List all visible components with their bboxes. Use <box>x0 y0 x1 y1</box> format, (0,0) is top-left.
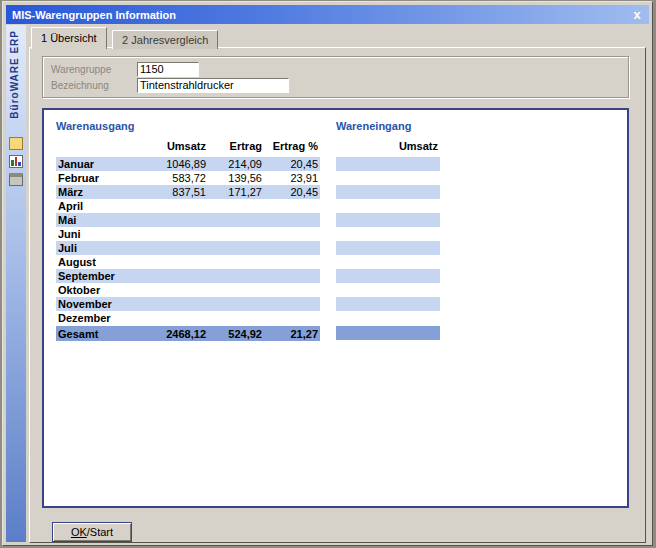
ertrag-column-header: Ertrag <box>208 140 264 157</box>
total-ertrag-value: 524,92 <box>208 328 264 340</box>
table-row: Dezember <box>56 311 320 325</box>
month-label: April <box>56 200 152 212</box>
wareneingang-row <box>336 255 440 269</box>
sidebar-icons <box>9 137 23 191</box>
ertrag-pct-value: 23,91 <box>264 172 320 184</box>
ertrag-pct-value: 20,45 <box>264 158 320 170</box>
ok-start-rest: /Start <box>87 526 113 538</box>
close-icon[interactable]: x <box>629 8 645 22</box>
total-label: Gesamt <box>56 328 152 340</box>
table-row: April <box>56 199 320 213</box>
wareneingang-row <box>336 227 440 241</box>
wareneingang-row <box>336 157 440 171</box>
month-label: Juli <box>56 242 152 254</box>
ertrag-value: 139,56 <box>208 172 264 184</box>
warengruppe-field[interactable] <box>137 62 199 77</box>
month-label: September <box>56 270 152 282</box>
month-label: Februar <box>56 172 152 184</box>
chart-icon[interactable] <box>9 155 23 168</box>
ok-start-accel: OK <box>71 526 87 538</box>
tab-panel: Warengruppe Bezeichnung Warenausgang Ums… <box>29 47 646 543</box>
warengruppe-label: Warengruppe <box>51 64 137 75</box>
month-label: August <box>56 256 152 268</box>
wareneingang-table: Wareneingang Umsatz <box>336 120 440 496</box>
ertrag-pct-value: 20,45 <box>264 186 320 198</box>
month-label: November <box>56 298 152 310</box>
table-row: Februar 583,72 139,56 23,91 <box>56 171 320 185</box>
umsatz-value: 837,51 <box>152 186 208 198</box>
month-label: Mai <box>56 214 152 226</box>
month-label: Januar <box>56 158 152 170</box>
wareneingang-row <box>336 297 440 311</box>
wareneingang-row <box>336 199 440 213</box>
ok-start-button[interactable]: OK/Start <box>52 522 132 542</box>
warengruppe-group-box: Warengruppe Bezeichnung <box>42 56 629 98</box>
wareneingang-row <box>336 269 440 283</box>
brand-sidebar: BüroWARE ERP <box>6 25 26 542</box>
tab-strip: 1 Übersicht 2 Jahresvergleich <box>29 27 646 47</box>
table-gap <box>320 120 336 496</box>
umsatz-value: 583,72 <box>152 172 208 184</box>
warenausgang-table: Warenausgang Umsatz Ertrag Ertrag % Janu… <box>56 120 320 496</box>
month-label: Juni <box>56 228 152 240</box>
total-umsatz-value: 2468,12 <box>152 328 208 340</box>
table-row: November <box>56 297 320 311</box>
month-label: Dezember <box>56 312 152 324</box>
wareneingang-row <box>336 171 440 185</box>
wareneingang-title: Wareneingang <box>336 120 440 140</box>
table-row: Mai <box>56 213 320 227</box>
title-bar: MIS-Warengruppen Information x <box>6 5 649 24</box>
window-title: MIS-Warengruppen Information <box>12 9 629 21</box>
tab-jahresvergleich[interactable]: 2 Jahresvergleich <box>112 30 218 49</box>
wareneingang-row <box>336 283 440 297</box>
wareneingang-row <box>336 213 440 227</box>
warenausgang-column-headers: Umsatz Ertrag Ertrag % <box>56 140 320 157</box>
bezeichnung-row: Bezeichnung <box>51 77 620 93</box>
printer-icon[interactable] <box>9 173 23 186</box>
table-row: Oktober <box>56 283 320 297</box>
umsatz-value: 1046,89 <box>152 158 208 170</box>
report-panel: Warenausgang Umsatz Ertrag Ertrag % Janu… <box>42 108 629 508</box>
wareneingang-umsatz-column-header: Umsatz <box>336 140 440 157</box>
table-row: Juni <box>56 227 320 241</box>
warengruppe-row: Warengruppe <box>51 61 620 77</box>
footer: OK/Start <box>42 522 629 542</box>
month-label: März <box>56 186 152 198</box>
ertrag-value: 214,09 <box>208 158 264 170</box>
main-area: 1 Übersicht 2 Jahresvergleich Warengrupp… <box>26 25 649 542</box>
table-row: März 837,51 171,27 20,45 <box>56 185 320 199</box>
wareneingang-total-row <box>336 326 440 340</box>
app-window: MIS-Warengruppen Information x BüroWARE … <box>2 1 653 546</box>
total-ertrag-pct-value: 21,27 <box>264 328 320 340</box>
wareneingang-row <box>336 241 440 255</box>
table-row: Januar 1046,89 214,09 20,45 <box>56 157 320 171</box>
table-row: August <box>56 255 320 269</box>
bezeichnung-field[interactable] <box>137 78 289 93</box>
note-icon[interactable] <box>9 137 23 150</box>
ertrag-value: 171,27 <box>208 186 264 198</box>
table-row: Juli <box>56 241 320 255</box>
ertrag-pct-column-header: Ertrag % <box>264 140 320 157</box>
month-label: Oktober <box>56 284 152 296</box>
month-column-header <box>56 140 152 157</box>
total-row: Gesamt 2468,12 524,92 21,27 <box>56 326 320 341</box>
tab-uebersicht[interactable]: 1 Übersicht <box>31 27 107 49</box>
wareneingang-row <box>336 185 440 199</box>
brand-label: BüroWARE ERP <box>9 30 20 119</box>
window-body: BüroWARE ERP 1 Übersicht 2 Jahresverglei… <box>6 25 649 542</box>
bezeichnung-label: Bezeichnung <box>51 80 137 91</box>
table-row: September <box>56 269 320 283</box>
wareneingang-row <box>336 311 440 325</box>
warenausgang-title: Warenausgang <box>56 120 320 140</box>
umsatz-column-header: Umsatz <box>152 140 208 157</box>
